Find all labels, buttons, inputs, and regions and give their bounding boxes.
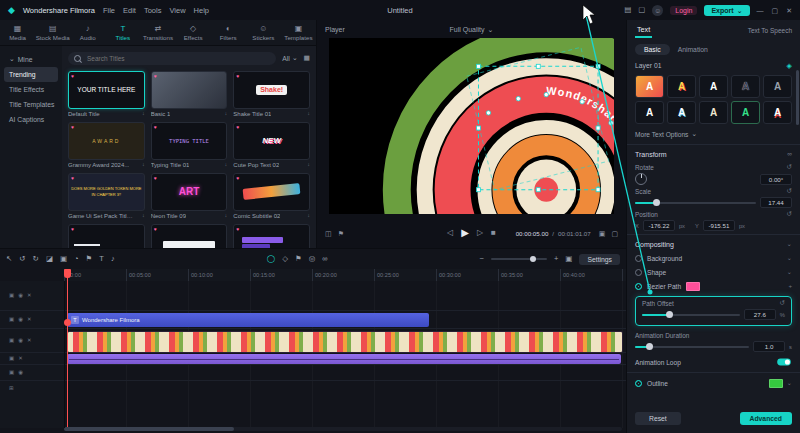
- download-icon[interactable]: ↓: [142, 162, 145, 168]
- favorite-icon[interactable]: ♥: [154, 74, 157, 79]
- title-clip[interactable]: T Wondershare Filmora: [67, 313, 429, 327]
- shape-radio[interactable]: [635, 269, 642, 276]
- export-button[interactable]: Export⌄: [704, 5, 749, 16]
- title-template-modern-clean[interactable]: ♥Modern Clean Lower...↓: [151, 224, 228, 248]
- tab-stickers[interactable]: ☺Stickers: [246, 20, 281, 45]
- favorite-icon[interactable]: ♥: [236, 125, 239, 130]
- bezier-path-radio[interactable]: [635, 283, 642, 290]
- marker-tool-icon[interactable]: ⚑: [86, 255, 93, 263]
- background-row[interactable]: Background ⌄: [635, 251, 792, 265]
- record-icon[interactable]: ◯: [267, 255, 275, 263]
- login-button[interactable]: Login: [670, 6, 697, 15]
- timeline-scrollbar[interactable]: [64, 427, 622, 431]
- outline-toggle[interactable]: [635, 380, 642, 387]
- outline-row[interactable]: Outline ⌄: [635, 376, 792, 390]
- menu-file[interactable]: File: [103, 6, 115, 15]
- outline-color-swatch[interactable]: [769, 379, 783, 388]
- favorite-icon[interactable]: ♥: [71, 176, 74, 181]
- reset-path-offset-icon[interactable]: ↺: [780, 300, 785, 307]
- download-icon[interactable]: ↓: [225, 162, 228, 168]
- lock-icon[interactable]: ▣: [9, 338, 14, 344]
- close-button[interactable]: ✕: [786, 7, 792, 14]
- tab-effects[interactable]: ◇Effects: [176, 20, 211, 45]
- mute-icon[interactable]: ✕: [18, 356, 23, 362]
- text-preset[interactable]: A: [667, 75, 696, 98]
- title-template-default[interactable]: ♥YOUR TITLE HEREDefault Title↓: [68, 71, 145, 117]
- text-preset[interactable]: A: [731, 75, 760, 98]
- speed-icon[interactable]: ◔: [74, 255, 79, 263]
- title-template-basic1[interactable]: ♥Basic 1↓: [151, 71, 228, 117]
- lock-icon[interactable]: ▣: [9, 370, 14, 376]
- animation-duration-value[interactable]: 1.0: [753, 341, 785, 352]
- menu-help[interactable]: Help: [194, 6, 209, 15]
- path-offset-slider[interactable]: [642, 314, 740, 316]
- subtab-basic[interactable]: Basic: [635, 44, 670, 55]
- download-icon[interactable]: ↓: [142, 111, 145, 117]
- chevron-down-icon[interactable]: ⌄: [787, 241, 792, 248]
- tab-templates[interactable]: ▣Templates: [281, 20, 316, 45]
- keyframe-icon[interactable]: ◇: [282, 255, 288, 263]
- eye-icon[interactable]: ◉: [18, 338, 23, 344]
- playhead[interactable]: [67, 269, 68, 427]
- title-template-typing[interactable]: ♥TYPING TITLETyping Title 01↓: [151, 122, 228, 168]
- text-tool-icon[interactable]: T: [99, 255, 104, 263]
- sidebar-item-title-effects[interactable]: Title Effects: [4, 82, 58, 97]
- text-preset[interactable]: A: [699, 75, 728, 98]
- stop-button[interactable]: ■: [491, 229, 496, 237]
- fit-timeline-icon[interactable]: ▣: [565, 255, 572, 263]
- menu-edit[interactable]: Edit: [123, 6, 136, 15]
- bezier-path-row[interactable]: Bezier Path +: [635, 279, 792, 293]
- timeline-settings-button[interactable]: Settings: [579, 254, 620, 265]
- next-frame-button[interactable]: ▷: [477, 229, 483, 237]
- flag-icon[interactable]: ⚑: [295, 255, 302, 263]
- fit-icon[interactable]: ▣: [599, 230, 606, 237]
- layout-icon[interactable]: ▤: [624, 6, 631, 14]
- favorite-icon[interactable]: ♥: [71, 125, 74, 130]
- reset-bezier-icon[interactable]: +: [788, 283, 792, 289]
- layer-icon[interactable]: ◈: [787, 62, 792, 69]
- media-clip[interactable]: [67, 331, 623, 353]
- search-input[interactable]: [85, 54, 270, 63]
- redo-icon[interactable]: ↻: [33, 255, 39, 263]
- favorite-icon[interactable]: ♥: [236, 74, 239, 79]
- preview-canvas[interactable]: Wondershare Filmora: [329, 38, 614, 214]
- subtab-animation[interactable]: Animation: [678, 46, 708, 53]
- magnet-icon[interactable]: ◎: [309, 255, 316, 263]
- y-value[interactable]: -915.51: [703, 220, 735, 231]
- favorite-icon[interactable]: ♥: [154, 125, 157, 130]
- eye-icon[interactable]: ◉: [18, 317, 23, 323]
- grid-view-icon[interactable]: ▦: [304, 55, 310, 62]
- scale-slider[interactable]: [635, 202, 756, 204]
- search-box[interactable]: [68, 52, 276, 65]
- text-preset[interactable]: A: [763, 75, 792, 98]
- reset-scale-icon[interactable]: ↺: [787, 188, 792, 195]
- lock-icon[interactable]: ▣: [9, 293, 14, 299]
- mute-icon[interactable]: ✕: [27, 293, 32, 299]
- download-icon[interactable]: ↓: [307, 213, 310, 219]
- favorite-icon[interactable]: ♥: [154, 227, 157, 232]
- quality-dropdown[interactable]: Full Quality⌄: [450, 26, 494, 33]
- scale-value[interactable]: 17.44: [760, 197, 792, 208]
- favorite-icon[interactable]: ♥: [71, 227, 74, 232]
- title-template-simple-media[interactable]: ♥Simple Media Pack Lo...↓: [68, 224, 145, 248]
- favorite-icon[interactable]: ♥: [236, 227, 239, 232]
- bezier-color-swatch[interactable]: [686, 282, 700, 291]
- animation-duration-slider[interactable]: [635, 346, 749, 348]
- sidebar-item-trending[interactable]: Trending: [4, 67, 58, 82]
- mark-icon[interactable]: ⚑: [338, 230, 344, 237]
- tab-stock-media[interactable]: ▤Stock Media: [35, 20, 70, 45]
- rotate-value[interactable]: 0.00°: [760, 174, 792, 185]
- download-icon[interactable]: ↓: [225, 111, 228, 117]
- panel-scrollbar[interactable]: [796, 70, 799, 125]
- mute-icon[interactable]: ✕: [27, 338, 32, 344]
- title-template-neon[interactable]: ♥ARTNeon Title 09↓: [151, 173, 228, 219]
- avatar[interactable]: ☺: [652, 5, 663, 16]
- eye-icon[interactable]: ◉: [18, 293, 23, 299]
- pointer-tool-icon[interactable]: ↖: [6, 255, 12, 263]
- screen-record-icon[interactable]: ▢: [638, 6, 645, 14]
- title-template-shake[interactable]: ♥Shake!Shake Title 01↓: [233, 71, 310, 117]
- link-icon[interactable]: ∞: [787, 151, 792, 158]
- split-icon[interactable]: ◪: [46, 255, 53, 263]
- download-icon[interactable]: ↓: [225, 213, 228, 219]
- text-preset[interactable]: A: [699, 101, 728, 124]
